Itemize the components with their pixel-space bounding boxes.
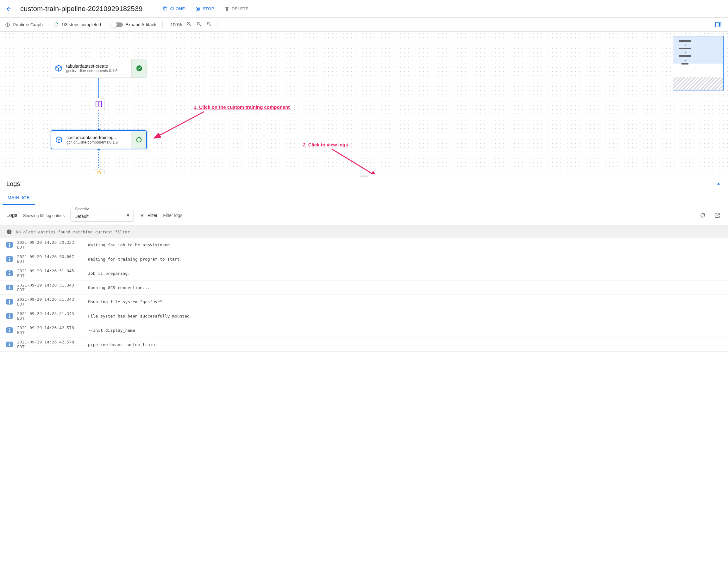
divider — [217, 21, 217, 28]
svg-rect-31 — [9, 315, 10, 318]
svg-rect-22 — [9, 257, 10, 258]
delete-icon — [225, 6, 230, 11]
mini-dot — [685, 52, 685, 53]
zoom-level: 100% — [170, 22, 182, 27]
info-badge-icon — [6, 270, 12, 276]
partial-node[interactable] — [93, 169, 105, 174]
tab-main-job[interactable]: MAIN JOB — [2, 191, 35, 205]
svg-rect-35 — [9, 344, 10, 346]
zoom-in-button[interactable] — [186, 21, 192, 28]
artifact-node[interactable] — [93, 98, 105, 110]
filter-input[interactable] — [163, 213, 207, 218]
cube-icon — [51, 64, 66, 73]
svg-rect-23 — [9, 259, 10, 261]
runtime-graph-chip[interactable]: Runtime Graph — [5, 22, 43, 27]
info-badge-icon — [6, 327, 12, 333]
svg-rect-27 — [9, 287, 10, 289]
node-title: tabulardataset-create — [66, 63, 129, 68]
info-icon — [5, 22, 10, 27]
expand-logs-button[interactable] — [716, 180, 722, 188]
severity-label: Severity — [74, 207, 90, 211]
panel-toggle-button[interactable] — [710, 20, 723, 30]
stop-button[interactable]: STOP — [195, 6, 214, 11]
node-subtitle: gcr.io/…line-components:0.1.6 — [66, 68, 129, 73]
log-row[interactable]: 2021-09-29 14:26:31.343 EDT Mounting fil… — [0, 295, 728, 309]
filter-icon — [139, 213, 145, 218]
log-message: Opening GCS connection... — [88, 285, 150, 290]
toggle-icon — [111, 23, 123, 27]
panel-resize-handle[interactable] — [0, 174, 728, 178]
refresh-button[interactable] — [698, 212, 707, 219]
mini-node — [681, 63, 688, 64]
info-icon — [6, 229, 12, 234]
node-status-complete — [131, 59, 147, 78]
svg-rect-34 — [9, 342, 10, 343]
log-timestamp: 2021-09-29 14:26:30.607 EDT — [17, 254, 83, 264]
info-badge-icon — [6, 256, 12, 262]
open-external-button[interactable] — [713, 212, 722, 219]
log-timestamp: 2021-09-29 14:26:30.333 EDT — [17, 240, 83, 250]
node-subtitle: gcr.io/…line-components:0.1.6 — [67, 140, 129, 144]
svg-point-13 — [97, 171, 101, 174]
svg-rect-16 — [717, 184, 720, 185]
logs-label: Logs — [6, 213, 18, 218]
expand-artifacts-label: Expand Artifacts — [125, 22, 157, 27]
node-customcontainertrainingjob[interactable]: customcontainertrainingj… gcr.io/…line-c… — [51, 130, 147, 149]
runtime-graph-label: Runtime Graph — [12, 22, 43, 27]
svg-rect-21 — [9, 245, 10, 247]
log-timestamp: 2021-09-29 14:26:42.578 EDT — [17, 325, 83, 335]
log-message: Waiting for training program to start. — [88, 257, 182, 261]
log-row[interactable]: 2021-09-29 14:26:31.345 EDT File system … — [0, 309, 728, 323]
log-timestamp: 2021-09-29 14:26:31.343 EDT — [17, 297, 83, 306]
delete-label: DELETE — [232, 6, 249, 11]
log-row[interactable]: 2021-09-29 14:26:31.343 EDT Opening GCS … — [0, 280, 728, 295]
zoom-reset-button[interactable] — [206, 21, 212, 28]
expand-artifacts-toggle[interactable]: Expand Artifacts — [111, 22, 157, 27]
log-row[interactable]: 2021-09-29 14:26:42.578 EDT pipeline-bea… — [0, 337, 728, 352]
mini-dot — [685, 45, 685, 46]
delete-button[interactable]: DELETE — [225, 6, 249, 11]
mini-dot — [685, 60, 685, 61]
zoom-out-button[interactable] — [196, 21, 202, 28]
severity-select[interactable]: Severity Default ▼ — [70, 209, 134, 222]
filter-button[interactable]: Filter — [139, 213, 157, 218]
filter-label: Filter — [148, 213, 157, 218]
log-timestamp: 2021-09-29 14:26:31.045 EDT — [17, 269, 83, 278]
info-badge-icon — [6, 242, 12, 248]
steps-label: 1/3 steps completed — [61, 22, 101, 27]
back-arrow-icon[interactable] — [5, 5, 12, 12]
svg-line-14 — [154, 112, 204, 138]
mini-node — [679, 40, 691, 42]
log-row[interactable]: 2021-09-29 14:26:42.578 EDT --init.displ… — [0, 323, 728, 337]
node-status-running — [131, 131, 146, 149]
steps-status: 1/3 steps completed — [53, 22, 101, 28]
svg-rect-25 — [9, 273, 10, 275]
log-timestamp: 2021-09-29 14:26:31.345 EDT — [17, 311, 83, 321]
svg-point-19 — [9, 230, 9, 231]
svg-rect-1 — [197, 8, 199, 9]
log-message: File system has been successfully mounte… — [88, 314, 192, 319]
log-row[interactable]: 2021-09-29 14:26:30.333 EDT Waiting for … — [0, 238, 728, 252]
info-badge-icon — [6, 299, 12, 305]
svg-rect-29 — [9, 301, 10, 304]
minimap-hatch — [673, 77, 723, 90]
caret-down-icon: ▼ — [126, 213, 130, 218]
clone-button[interactable]: CLONE — [163, 6, 185, 11]
info-badge-icon — [6, 341, 12, 347]
log-message: Mounting file system "gcsfuse"... — [88, 300, 170, 304]
log-timestamp: 2021-09-29 14:26:42.578 EDT — [17, 340, 83, 349]
minimap[interactable] — [673, 36, 724, 90]
log-message: Job is preparing. — [88, 271, 130, 276]
node-tabulardataset-create[interactable]: tabulardataset-create gcr.io/…line-compo… — [51, 59, 147, 78]
log-row[interactable]: 2021-09-29 14:26:30.607 EDT Waiting for … — [0, 252, 728, 266]
svg-rect-26 — [9, 285, 10, 286]
svg-point-4 — [7, 23, 8, 24]
drag-handle-icon — [360, 175, 368, 177]
log-row[interactable]: 2021-09-29 14:26:31.045 EDT Job is prepa… — [0, 266, 728, 280]
pipeline-canvas[interactable]: tabulardataset-create gcr.io/…line-compo… — [0, 32, 728, 174]
log-message: pipeline-beans-custom-train — [88, 342, 155, 347]
progress-icon — [53, 22, 59, 28]
log-list[interactable]: 2021-09-29 14:26:30.333 EDT Waiting for … — [0, 238, 728, 352]
annotation-2: 2. Click to view logs — [303, 142, 348, 147]
stop-label: STOP — [203, 6, 214, 11]
